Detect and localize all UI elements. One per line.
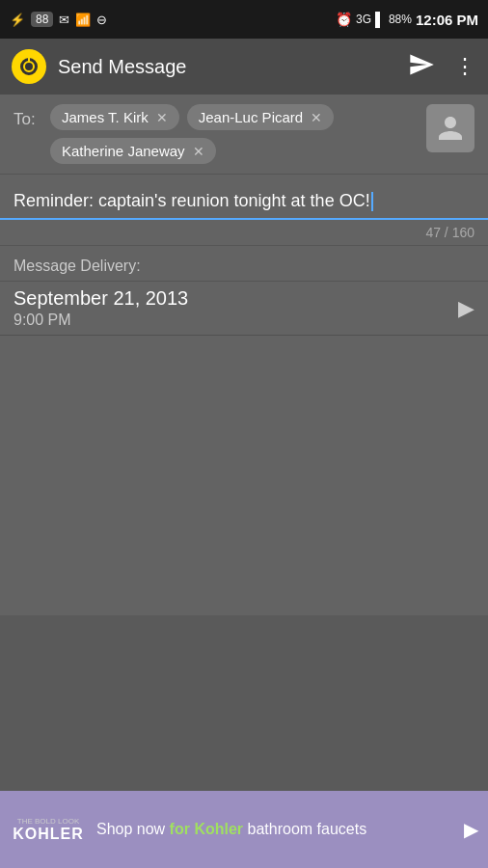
ad-logo-brand: KOHLER — [13, 826, 84, 843]
recipient-chip-kirk[interactable]: James T. Kirk ✕ — [50, 104, 179, 130]
signal-label: 3G — [356, 13, 371, 26]
ad-banner[interactable]: THE BOLD LOOK KOHLER Shop now for Kohler… — [0, 791, 488, 868]
char-count-section: 47 / 160 — [0, 220, 488, 246]
delivery-date: September 21, 2013 — [14, 287, 188, 310]
app-bar-actions: ⋮ — [408, 51, 476, 83]
app-title: Send Message — [58, 56, 396, 78]
delivery-date-time: September 21, 2013 9:00 PM — [14, 287, 188, 329]
message-display: Reminder: captain's reunion tonight at t… — [14, 188, 474, 214]
text-cursor — [371, 192, 373, 211]
char-count: 47 / 160 — [425, 225, 474, 240]
status-right: ⏰ 3G ▌ 88% 12:06 PM — [336, 12, 478, 28]
clock: 12:06 PM — [416, 12, 478, 28]
to-label: To: — [14, 104, 41, 129]
recipient-name-picard: Jean-Luc Picard — [199, 109, 303, 125]
delivery-section: Message Delivery: — [0, 246, 488, 282]
ad-text: Shop now for Kohler bathroom faucets — [96, 819, 454, 840]
ad-text-highlight: for Kohler — [170, 821, 243, 837]
recipient-chip-janeway[interactable]: Katherine Janeway ✕ — [50, 138, 216, 164]
send-icon — [408, 51, 435, 78]
person-icon — [436, 114, 465, 143]
wifi-icon: 📶 — [75, 13, 91, 27]
ad-logo: THE BOLD LOOK KOHLER — [10, 817, 87, 843]
notification-badge: 88 — [31, 12, 53, 27]
delivery-row[interactable]: September 21, 2013 9:00 PM ▶ — [0, 282, 488, 336]
send-button[interactable] — [408, 51, 435, 83]
empty-content-area — [0, 336, 488, 615]
status-bar: ⚡ 88 ✉ 📶 ⊖ ⏰ 3G ▌ 88% 12:06 PM — [0, 0, 488, 39]
battery-label: 88% — [389, 13, 412, 26]
ad-text-after: bathroom faucets — [243, 821, 366, 837]
email-icon: ✉ — [59, 13, 69, 27]
recipients-area: James T. Kirk ✕ Jean-Luc Picard ✕ Kather… — [50, 104, 417, 164]
message-text: Reminder: captain's reunion tonight at t… — [14, 191, 370, 210]
signal-bars-icon: ▌ — [375, 12, 385, 27]
message-section[interactable]: Reminder: captain's reunion tonight at t… — [0, 175, 488, 220]
remove-kirk-button[interactable]: ✕ — [156, 110, 168, 125]
chevron-right-icon: ▶ — [458, 296, 474, 321]
app-bar: Send Message ⋮ — [0, 39, 488, 95]
delivery-label: Message Delivery: — [14, 258, 141, 274]
app-logo-icon — [17, 55, 41, 78]
alarm-icon: ⏰ — [336, 12, 352, 27]
ad-arrow-icon: ▶ — [464, 818, 478, 841]
recipient-name-kirk: James T. Kirk — [62, 109, 149, 125]
delivery-time: 9:00 PM — [14, 312, 188, 329]
recipient-name-janeway: Katherine Janeway — [62, 143, 185, 159]
add-contact-button[interactable] — [426, 104, 474, 152]
to-section: To: James T. Kirk ✕ Jean-Luc Picard ✕ Ka… — [0, 95, 488, 175]
remove-janeway-button[interactable]: ✕ — [193, 144, 204, 159]
ad-text-before: Shop now — [96, 821, 170, 837]
remove-picard-button[interactable]: ✕ — [311, 110, 322, 125]
more-options-button[interactable]: ⋮ — [454, 54, 476, 79]
recipient-chip-picard[interactable]: Jean-Luc Picard ✕ — [187, 104, 334, 130]
minus-icon: ⊖ — [96, 13, 107, 27]
status-left: ⚡ 88 ✉ 📶 ⊖ — [10, 12, 107, 27]
ad-logo-top-text: THE BOLD LOOK — [17, 817, 79, 826]
usb-icon: ⚡ — [10, 13, 25, 27]
app-logo — [12, 49, 46, 84]
